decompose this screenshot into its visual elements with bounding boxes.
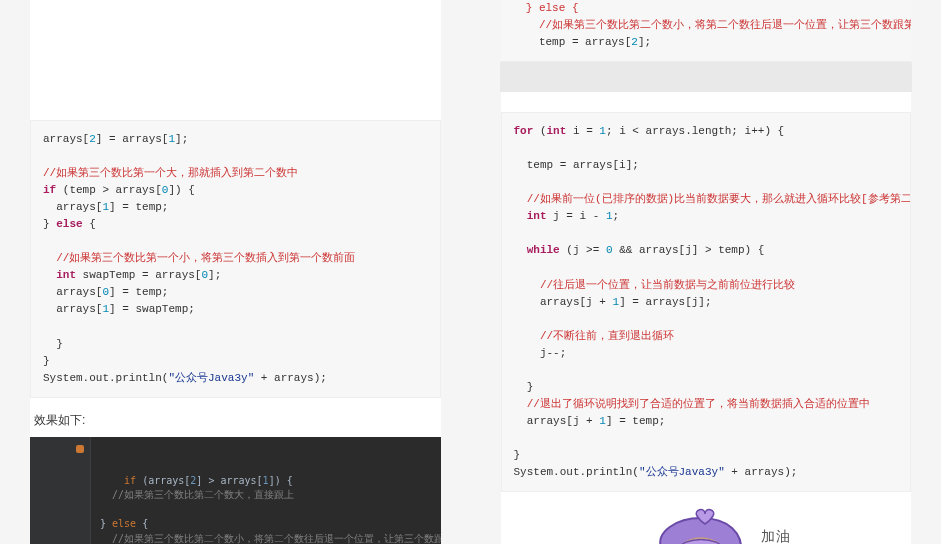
right-column: } else { //如果第三个数比第二个数小，将第二个数往后退一个位置，让第三… bbox=[501, 0, 912, 544]
page-root: arrays[2] = arrays[1]; //如果第三个数比第一个大，那就插… bbox=[0, 0, 941, 544]
left-main-code-block: arrays[2] = arrays[1]; //如果第三个数比第一个大，那就插… bbox=[30, 120, 441, 398]
breakpoint-icon bbox=[76, 445, 84, 453]
illustration-wrap: 加油 bbox=[501, 492, 912, 544]
cheer-label: 加油 bbox=[761, 528, 791, 544]
right-top-snippet: } else { //如果第三个数比第二个数小，将第二个数往后退一个位置，让第三… bbox=[501, 0, 912, 62]
ide-screenshot-dark: if (arrays[2] > arrays[1]) { //如果第三个数比第二… bbox=[30, 437, 441, 544]
result-caption: 效果如下: bbox=[34, 412, 441, 429]
right-main-code-block: for (int i = 1; i < arrays.length; i++) … bbox=[501, 112, 912, 492]
cheer-illustration: 加油 bbox=[621, 506, 791, 544]
left-column: arrays[2] = arrays[1]; //如果第三个数比第一个大，那就插… bbox=[30, 0, 441, 544]
